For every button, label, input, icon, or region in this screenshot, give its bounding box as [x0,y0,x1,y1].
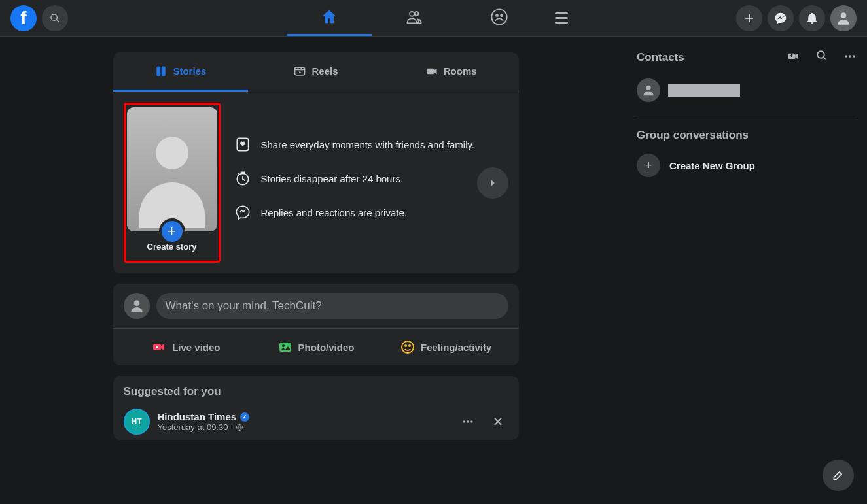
notifications-button[interactable] [799,5,825,31]
story-avatar-box: + [127,107,217,231]
tab-rooms[interactable]: Rooms [383,52,519,92]
menu-icon [555,12,568,24]
feed: Stories Reels Rooms [0,37,631,504]
story-info-row-3: Replies and reactions are private. [234,203,475,222]
search-icon [50,13,60,24]
topbar-right [736,5,857,31]
stories-card: Stories Reels Rooms [113,52,519,273]
contacts-options-button[interactable] [843,50,857,65]
suggested-avatar: HT [124,409,150,435]
person-icon [128,297,145,314]
messenger-outline-icon [234,203,252,222]
story-info-text-1: Share everyday moments with friends and … [261,139,475,150]
story-info-list: Share everyday moments with friends and … [234,135,475,222]
tab-reels-label: Reels [311,65,338,76]
messenger-icon [774,12,787,25]
nav-groups[interactable] [457,0,542,36]
contacts-title: Contacts [637,51,684,64]
stories-next-button[interactable] [477,167,508,199]
search-contacts-button[interactable] [816,50,828,65]
book-heart-icon [234,135,252,154]
photo-icon [277,339,293,355]
nav-home[interactable] [287,0,372,36]
photo-video-label: Photo/video [298,342,355,353]
rooms-icon [425,65,438,78]
svg-point-17 [409,345,410,346]
account-button[interactable] [830,5,857,31]
edit-icon [832,469,845,482]
svg-point-15 [402,341,414,353]
photo-video-button[interactable]: Photo/video [251,334,381,360]
story-info-row-2: Stories disappear after 24 hours. [234,169,475,188]
feeling-activity-button[interactable]: Feeling/activity [381,334,511,360]
story-info-text-3: Replies and reactions are private. [261,207,407,218]
group-conv-title: Group conversations [637,129,857,142]
new-room-button[interactable] [787,50,800,65]
svg-rect-5 [162,66,166,76]
contacts-header-actions [787,50,857,65]
plus-circle-icon: + [637,154,660,177]
contact-item[interactable] [637,73,857,107]
composer-input[interactable]: What's on your mind, TechCult? [156,293,508,319]
live-video-icon [151,339,167,355]
create-new-group-button[interactable]: + Create New Group [637,148,857,182]
suggested-actions [457,411,508,432]
tab-stories[interactable]: Stories [113,52,249,92]
messenger-button[interactable] [768,5,794,31]
story-info-text-2: Stories disappear after 24 hours. [261,173,404,184]
composer-actions: Live video Photo/video Feeling/activity [113,329,519,365]
suggested-header: Suggested for you [113,376,519,403]
ellipsis-icon [843,50,857,63]
divider [637,118,857,118]
topbar-center-nav [287,0,581,36]
top-bar: f [0,0,867,37]
plus-icon [743,12,756,25]
smiley-icon [400,339,416,355]
globe-icon [236,424,243,431]
live-video-button[interactable]: Live video [121,334,251,360]
svg-point-1 [495,14,499,17]
tab-reels[interactable]: Reels [248,52,383,92]
svg-point-2 [500,14,503,17]
contact-name-redacted [668,84,740,97]
svg-point-16 [405,345,406,346]
svg-point-25 [849,55,851,57]
create-button[interactable] [736,5,762,31]
ellipsis-icon [461,415,474,428]
search-button[interactable] [42,5,68,31]
more-options-button[interactable] [457,411,478,432]
chevron-right-icon [486,176,500,190]
composer-avatar[interactable] [124,293,150,319]
tab-stories-label: Stories [173,65,206,76]
close-icon [491,415,504,428]
suggested-item[interactable]: HT Hindustan Times ✓ Yesterday at 09:30 … [113,403,519,440]
stories-tabs: Stories Reels Rooms [113,52,519,92]
nav-menu[interactable] [542,0,581,36]
story-placeholder-person [139,137,205,228]
verified-icon: ✓ [240,412,249,422]
live-video-label: Live video [172,342,220,353]
friends-icon [405,8,423,26]
svg-point-21 [470,420,472,422]
suggested-name: Hindustan Times [158,411,237,422]
nav-friends[interactable] [372,0,457,36]
reels-icon [293,65,306,78]
svg-point-12 [156,346,158,348]
svg-rect-6 [295,67,305,75]
bell-icon [805,12,819,25]
contacts-section: Contacts [637,50,857,182]
svg-point-20 [467,420,469,422]
svg-point-23 [817,51,824,58]
story-info-row-1: Share everyday moments with friends and … [234,135,475,154]
clock-icon [234,169,252,188]
person-icon [641,83,656,97]
create-story-card[interactable]: + Create story [124,103,221,263]
new-message-fab[interactable] [823,460,854,491]
suggested-timestamp: Yesterday at 09:30 [158,422,228,432]
composer-placeholder: What's on your mind, TechCult? [166,299,322,312]
add-story-icon: + [159,218,185,244]
facebook-logo[interactable]: f [10,5,37,31]
close-button[interactable] [487,411,508,432]
svg-point-3 [841,12,847,18]
contacts-header: Contacts [637,50,857,65]
